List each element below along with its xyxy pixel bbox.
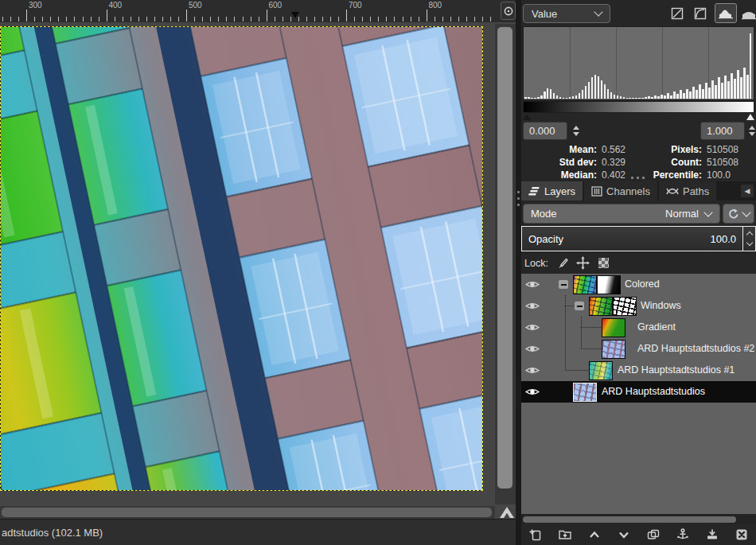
layer-name[interactable]: ARD Hauptstadtstudios [602, 386, 705, 397]
histogram-bar [727, 81, 730, 99]
histogram-bar [686, 89, 688, 99]
layer-name[interactable]: Gradient [637, 321, 676, 333]
histogram-low-handle[interactable] [523, 114, 531, 120]
navigation-button[interactable] [498, 504, 516, 520]
layer-row[interactable]: ARD Hauptstadtstudios #2 [521, 338, 756, 360]
horizontal-scrollbar-thumb[interactable] [2, 508, 492, 517]
layer-row-selected[interactable]: ARD Hauptstadtstudios [521, 381, 756, 403]
merge-down-button[interactable] [697, 525, 727, 544]
raise-layer-button[interactable] [580, 525, 610, 544]
visibility-eye-icon[interactable] [525, 279, 540, 290]
layer-list-scrollbar[interactable] [521, 516, 756, 524]
section-resize-grip[interactable] [631, 177, 647, 179]
visibility-eye-icon[interactable] [525, 387, 540, 397]
layer-list-scrollbar-thumb[interactable] [523, 516, 736, 523]
tab-channels[interactable]: Channels [584, 181, 659, 200]
histogram-bar [676, 94, 679, 99]
horizontal-ruler[interactable]: 300400500600700800 [0, 0, 516, 23]
layer-name[interactable]: ARD Hauptstadtstudios #2 [637, 343, 754, 354]
mode-value: Normal [665, 208, 699, 220]
image-canvas[interactable] [0, 26, 483, 491]
layer-thumbnail[interactable] [573, 275, 597, 294]
visibility-eye-icon[interactable] [525, 365, 540, 376]
layer-row[interactable]: Colored [521, 274, 756, 295]
anchor-layer-button[interactable] [668, 525, 697, 544]
layer-name[interactable]: Windows [641, 300, 681, 311]
lower-layer-button[interactable] [610, 525, 639, 544]
tab-paths-label: Paths [683, 185, 709, 197]
layer-row[interactable]: Windows [521, 295, 756, 317]
layer-action-bar [521, 524, 756, 545]
vertical-scrollbar-thumb[interactable] [497, 27, 512, 489]
log-histogram-icon [742, 8, 756, 20]
layer-thumbnail[interactable] [602, 340, 625, 359]
histogram-linear-button[interactable] [667, 4, 688, 23]
histogram-bar [750, 33, 752, 99]
image-viewport[interactable] [0, 22, 516, 506]
histogram-high-input[interactable]: 1.000 [700, 122, 745, 140]
panel-divider[interactable] [516, 0, 521, 545]
histogram-high-handle[interactable] [746, 114, 754, 120]
histogram-gradient-strip[interactable] [523, 101, 754, 113]
log-histogram-button[interactable] [741, 4, 756, 23]
expander-collapse[interactable] [559, 280, 568, 289]
lock-position-button[interactable] [573, 255, 594, 271]
histogram-low-spinner[interactable] [570, 122, 583, 140]
ruler-tick [466, 17, 467, 21]
spin-down-icon [746, 239, 752, 246]
expander-collapse[interactable] [575, 302, 584, 310]
opacity-slider[interactable]: Opacity 100.0 [521, 226, 756, 251]
mean-label: Mean: [524, 144, 597, 155]
layer-thumbnail[interactable] [589, 361, 613, 380]
new-group-button[interactable] [551, 525, 580, 544]
histogram-plot[interactable] [523, 26, 754, 100]
histogram-high-spinner[interactable] [747, 122, 756, 140]
move-icon [576, 256, 590, 270]
linear-histogram-button[interactable] [715, 3, 737, 23]
ruler-tick-major [427, 10, 427, 21]
histogram-low-input[interactable]: 0.000 [523, 122, 567, 140]
ruler-tick [442, 17, 443, 21]
histogram-bar [544, 91, 546, 99]
ruler-tick [138, 17, 139, 21]
visibility-eye-icon[interactable] [525, 322, 540, 333]
visibility-eye-icon[interactable] [525, 301, 540, 311]
delete-layer-button[interactable] [727, 525, 756, 544]
layer-row[interactable]: ARD Hauptstadtstudios #1 [521, 360, 756, 381]
layer-mode-select[interactable]: Mode Normal [523, 204, 720, 224]
histogram-bar [585, 86, 587, 99]
duplicate-layer-button[interactable] [639, 525, 668, 544]
ruler-tick [490, 17, 491, 21]
lock-pixels-button[interactable] [552, 255, 573, 271]
histogram-logarithmic-button[interactable] [691, 4, 710, 23]
layer-row[interactable]: Gradient [521, 317, 756, 338]
horizontal-scrollbar[interactable] [0, 506, 495, 519]
visibility-eye-icon[interactable] [525, 344, 540, 354]
tab-paths[interactable]: Paths [659, 181, 718, 200]
mode-switch-button[interactable] [723, 204, 754, 224]
ruler-tick [354, 17, 355, 21]
ruler-tick [218, 17, 219, 21]
new-layer-button[interactable] [521, 525, 551, 544]
layer-list[interactable]: Colored Windows Gradient [521, 274, 756, 514]
layer-name[interactable]: Colored [625, 278, 660, 290]
layer-thumbnail[interactable] [602, 318, 625, 337]
chevron-down-icon [742, 208, 750, 216]
opacity-spinner[interactable] [742, 227, 755, 251]
lock-alpha-button[interactable] [594, 255, 614, 271]
zoom-follow-window-button[interactable] [501, 2, 516, 20]
tab-layers[interactable]: Layers [521, 181, 584, 200]
divider-grip-dot [517, 191, 520, 193]
histogram-bar [673, 91, 676, 99]
histogram-bar [614, 95, 616, 99]
histogram-channel-select[interactable]: Value [523, 4, 610, 23]
tab-menu-button[interactable]: ◀ [741, 185, 754, 197]
vertical-scrollbar[interactable] [495, 24, 516, 504]
layer-mask-thumbnail[interactable] [613, 297, 637, 316]
layer-thumbnail[interactable] [589, 297, 613, 316]
spin-down-icon [573, 132, 579, 136]
layer-name[interactable]: ARD Hauptstadtstudios #1 [618, 364, 735, 376]
layer-thumbnail[interactable] [573, 383, 597, 402]
layer-mask-thumbnail[interactable] [597, 275, 621, 294]
ruler-tick [306, 17, 307, 21]
